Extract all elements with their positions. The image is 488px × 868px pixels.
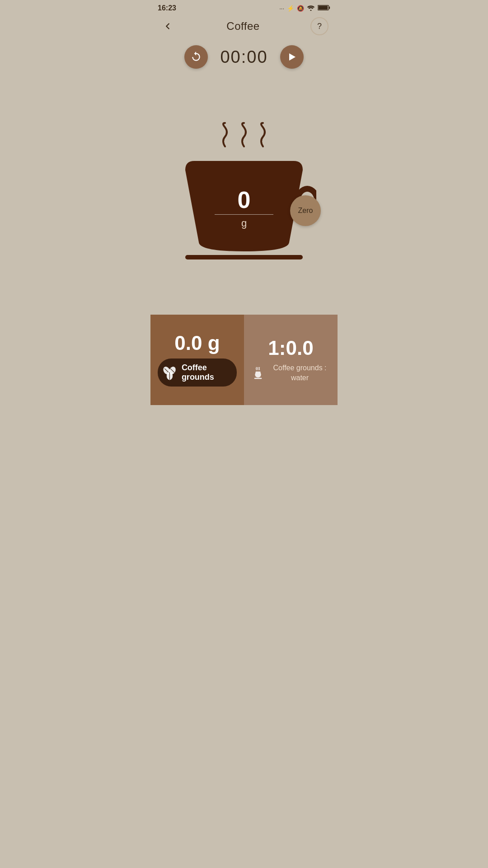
steam-wisp-3 — [258, 122, 268, 149]
bottom-panel: 0.0 g Coffee grounds 1:0.0 — [150, 315, 338, 405]
steam-decoration — [220, 122, 268, 149]
battery-icon — [318, 5, 330, 12]
zero-button[interactable]: Zero — [290, 195, 321, 226]
status-icons: ··· ⚡ 🔕 — [279, 5, 330, 12]
coffee-cup-wrapper: 0 g Zero — [172, 152, 316, 269]
steam-wisp-1 — [220, 122, 230, 149]
coffee-bean-icon — [162, 363, 177, 382]
bottom-right-panel[interactable]: 1:0.0 Coffee grounds : water — [244, 315, 338, 405]
back-button[interactable] — [160, 18, 176, 34]
ratio-label: Coffee grounds : water — [269, 363, 330, 383]
coffee-grounds-button[interactable]: Coffee grounds — [158, 359, 237, 387]
coffee-cup-small-icon — [251, 365, 265, 381]
svg-rect-3 — [318, 6, 328, 9]
play-timer-button[interactable] — [280, 45, 304, 69]
status-bar: 16:23 ··· ⚡ 🔕 — [150, 0, 338, 14]
svg-marker-4 — [289, 53, 296, 61]
timer-display: 00:00 — [217, 47, 271, 67]
weight-value: 0 — [238, 188, 251, 212]
reset-timer-button[interactable] — [184, 45, 208, 69]
svg-rect-2 — [329, 6, 330, 9]
bottom-left-panel[interactable]: 0.0 g Coffee grounds — [150, 315, 244, 405]
header: Coffee ? — [150, 14, 338, 38]
notification-icon: 🔕 — [297, 5, 304, 12]
coffee-grounds-label: Coffee grounds — [182, 363, 229, 382]
ratio-value: 1:0.0 — [268, 337, 313, 359]
page-title: Coffee — [226, 20, 259, 33]
wifi-icon — [307, 5, 315, 12]
bluetooth-icon: ⚡ — [287, 5, 294, 12]
svg-point-0 — [310, 9, 312, 11]
help-icon: ? — [317, 22, 322, 31]
steam-wisp-2 — [239, 122, 249, 149]
cup-area: 0 g Zero — [150, 72, 338, 315]
weight-unit: g — [241, 217, 247, 229]
help-button[interactable]: ? — [310, 17, 328, 35]
timer-section: 00:00 — [150, 38, 338, 72]
svg-rect-5 — [185, 255, 303, 259]
svg-rect-11 — [254, 378, 262, 379]
signal-dots: ··· — [279, 5, 284, 12]
weight-divider — [215, 214, 273, 215]
status-time: 16:23 — [158, 4, 176, 12]
coffee-weight-value: 0.0 g — [174, 333, 220, 353]
zero-button-label: Zero — [298, 207, 313, 215]
